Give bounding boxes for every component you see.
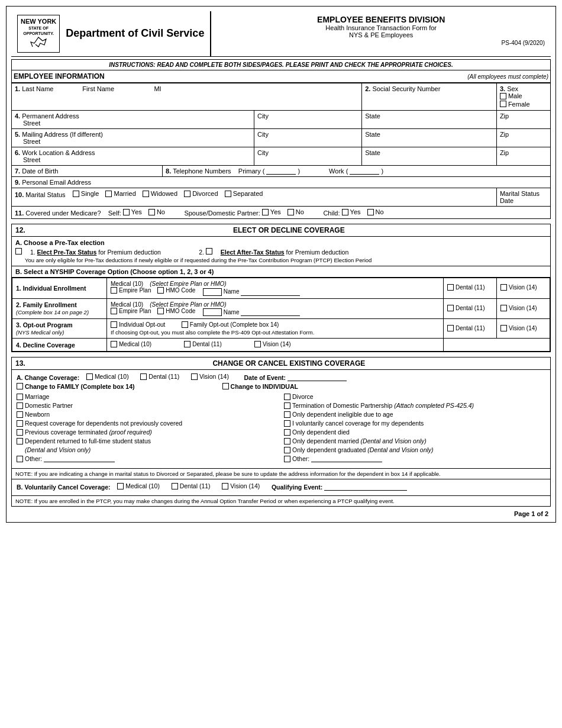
opt2-hmo-check[interactable]: HMO Code — [157, 308, 195, 314]
opt2-hmo-input[interactable] — [203, 308, 222, 316]
s13a-divorce-check[interactable]: Divorce — [284, 393, 545, 400]
sex-female-box[interactable] — [500, 101, 506, 107]
marital-separated[interactable]: Separated — [225, 190, 263, 197]
opt3-label-cell: 3. Opt-out Program (NYS Medical only) — [12, 319, 107, 339]
ssn-cell: 2. Social Security Number — [362, 83, 497, 111]
s13a-medical-check[interactable]: Medical (10) — [86, 373, 129, 380]
s13a-note: NOTE: If you are indicating a change in … — [12, 469, 550, 479]
medicare-self-no[interactable]: No — [148, 208, 165, 215]
s13a-only-died-check[interactable]: Only dependent died — [284, 429, 545, 436]
after-tax-checkbox[interactable] — [206, 248, 214, 255]
s13a-only-graduated-check[interactable]: Only dependent graduated (Dental and Vis… — [284, 446, 545, 453]
s13a-individual-check[interactable]: Change to INDIVIDUAL — [222, 383, 298, 390]
s13a-date-input[interactable] — [288, 374, 347, 381]
opt1-dental-check[interactable]: Dental (11) — [447, 284, 485, 291]
medicare-child-no[interactable]: No — [367, 208, 384, 215]
s13a-other-left-check[interactable]: Other: — [17, 455, 278, 462]
s13b-row: B. Voluntarily Cancel Coverage: Medical … — [17, 482, 545, 491]
s13a-ineligible-check[interactable]: Only dependent ineligible due to age — [284, 411, 545, 418]
opt4-dental-check[interactable]: Dental (11) — [184, 341, 221, 347]
opt4-vision-check[interactable]: Vision (14) — [254, 341, 291, 347]
marital-widowed[interactable]: Widowed — [143, 190, 177, 197]
opt3-family-check[interactable]: Family Opt-out (Complete box 14) — [182, 321, 279, 328]
medicare-child-yes[interactable]: Yes — [342, 208, 361, 215]
table-row: 11. Covered under Medicare? Self: Yes No… — [12, 207, 551, 219]
medicare-spouse-yes[interactable]: Yes — [262, 208, 281, 215]
s13b-medical-check[interactable]: Medical (10) — [117, 482, 160, 489]
s13a-other-left-input[interactable] — [44, 455, 115, 462]
s13b-qualifying-input[interactable] — [324, 484, 407, 491]
opt2-dental-check[interactable]: Dental (11) — [447, 305, 485, 311]
medicare-spouse-no[interactable]: No — [288, 208, 304, 215]
medicare-self-yes[interactable]: Yes — [123, 208, 142, 215]
s13a-other-right-input[interactable] — [311, 455, 382, 462]
section-13-num: 13. — [15, 359, 25, 368]
opt1-label-cell: 1. Individual Enrollment — [12, 278, 107, 298]
opt4-empty-cell — [444, 339, 550, 352]
s13a-voluntarily-check[interactable]: I voluntarily cancel coverage for my dep… — [284, 420, 545, 427]
table-row: 10. Marital Status Single Married Widowe… — [12, 188, 551, 207]
medicare-cell: 11. Covered under Medicare? Self: Yes No… — [12, 207, 551, 219]
form-subtitle2: NYS & PE Employees — [217, 31, 545, 38]
s13a-dental-vision-check: (Dental and Vision only) — [25, 446, 278, 453]
table-row: 4. Permanent Address Street City State Z… — [12, 111, 551, 129]
s13a-domestic-check[interactable]: Domestic Partner — [17, 402, 278, 409]
table-row: 2. Family Enrollment (Complete box 14 on… — [12, 298, 550, 319]
marital-married[interactable]: Married — [105, 190, 135, 197]
opt4-medical-check[interactable]: Medical (10) — [111, 341, 151, 347]
perm-addr-cell: 4. Permanent Address Street — [12, 111, 254, 129]
s13a-other-right-check[interactable]: Other: — [284, 455, 545, 462]
opt1-hmo-input[interactable] — [203, 288, 222, 296]
opt3-vision-cell: Vision (14) — [497, 319, 550, 339]
form-page: NEW YORK STATE OF OPPORTUNITY. Departmen… — [6, 6, 556, 523]
opt3-individual-check[interactable]: Individual Opt-out — [111, 321, 165, 328]
sex-male-checkbox[interactable]: Male — [500, 92, 522, 99]
perm-city-cell: City — [254, 111, 361, 129]
opt3-vision-check[interactable]: Vision (14) — [500, 325, 537, 331]
opt1-empire-check[interactable]: Empire Plan — [111, 287, 151, 294]
pre-tax-row: 1. Elect Pre-Tax Status for Premium dedu… — [15, 248, 547, 256]
opt3-dental-cell: Dental (11) — [444, 319, 497, 339]
ny-state-text: STATE OF — [21, 25, 56, 31]
work-phone-input[interactable] — [350, 167, 379, 175]
opt2-label-cell: 2. Family Enrollment (Complete box 14 on… — [12, 298, 107, 319]
opt2-vision-check[interactable]: Vision (14) — [500, 305, 537, 311]
primary-phone-input[interactable] — [266, 167, 296, 175]
s13a-vision-check[interactable]: Vision (14) — [191, 373, 229, 380]
opt1-name-input[interactable] — [241, 289, 300, 296]
mail-state-cell: State — [362, 129, 497, 147]
opt1-vision-check[interactable]: Vision (14) — [500, 284, 537, 291]
s13b-vision-check[interactable]: Vision (14) — [222, 482, 260, 489]
pre-tax-checkbox[interactable] — [15, 248, 24, 255]
mail-addr-cell: 5. Mailing Address (If different) Street — [12, 129, 254, 147]
instructions-banner: INSTRUCTIONS: READ AND COMPLETE BOTH SID… — [11, 59, 551, 70]
s13a-request-check[interactable]: Request coverage for dependents not prev… — [17, 420, 278, 427]
table-row: 1. Last Name First Name MI 2. Social Sec… — [12, 83, 551, 111]
table-row: 4. Decline Coverage Medical (10) Dental … — [12, 339, 550, 352]
s13b-dental-check[interactable]: Dental (11) — [172, 482, 211, 489]
s13a-left-col: Marriage Domestic Partner Newborn Reques… — [17, 393, 278, 464]
opt1-hmo-check[interactable]: HMO Code — [157, 287, 195, 294]
work-addr-cell: 6. Work Location & Address Street — [12, 147, 254, 166]
opt2-empire-check[interactable]: Empire Plan — [111, 308, 151, 314]
section-13a-header: A. Change Coverage: Medical (10) Dental … — [12, 370, 550, 469]
sex-male-box[interactable] — [500, 93, 506, 99]
section-12b-title-row: B. Select a NYSHIP Coverage Option (Choo… — [12, 266, 550, 278]
opt2-name-input[interactable] — [241, 309, 300, 316]
s13a-family-check[interactable]: Change to FAMILY (Complete box 14) — [17, 383, 135, 390]
s13a-termination-check[interactable]: Termination of Domestic Partnership (Att… — [284, 402, 545, 409]
s13a-prev-coverage-check[interactable]: Previous coverage terminated (proof requ… — [17, 429, 278, 436]
s13a-dental-check[interactable]: Dental (11) — [140, 373, 179, 380]
s13a-dependent-returned-check[interactable]: Dependent returned to full-time student … — [17, 437, 278, 444]
opt3-dental-check[interactable]: Dental (11) — [447, 325, 485, 331]
section-13: 13. CHANGE OR CANCEL EXISTING COVERAGE A… — [11, 357, 551, 507]
s13a-only-married-check[interactable]: Only dependent married (Dental and Visio… — [284, 437, 545, 444]
opt2-vision-cell: Vision (14) — [497, 298, 550, 319]
s13a-newborn-check[interactable]: Newborn — [17, 411, 278, 418]
section-12b-title: B. Select a NYSHIP Coverage Option (Choo… — [15, 268, 214, 275]
sex-female-checkbox[interactable]: Female — [500, 101, 530, 108]
marital-divorced[interactable]: Divorced — [184, 190, 218, 197]
marital-single[interactable]: Single — [73, 190, 99, 197]
work-state-cell: State — [362, 147, 497, 166]
s13a-marriage-check[interactable]: Marriage — [17, 393, 278, 400]
